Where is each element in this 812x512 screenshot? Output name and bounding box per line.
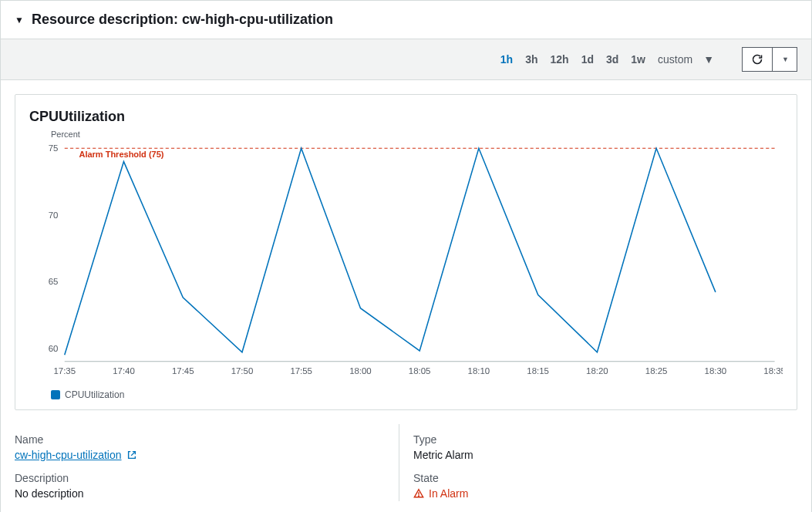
resource-name-link[interactable]: cw-high-cpu-utilization <box>15 449 137 461</box>
metadata-grid: Name cw-high-cpu-utilization Description… <box>1 424 811 512</box>
time-range-1d[interactable]: 1d <box>575 50 600 69</box>
chart-toolbar: 1h3h12h1d3d1wcustom ▼ ▼ <box>1 39 811 80</box>
chart-y-axis-label: Percent <box>51 130 783 139</box>
meta-label-state: State <box>413 472 797 484</box>
alarm-triangle-icon <box>413 488 424 499</box>
state-text: In Alarm <box>429 487 468 500</box>
alarm-threshold-label: Alarm Threshold (75) <box>79 150 163 159</box>
svg-point-20 <box>419 496 419 497</box>
meta-label-name: Name <box>15 433 399 446</box>
svg-text:18:00: 18:00 <box>349 366 372 376</box>
time-range-1h[interactable]: 1h <box>494 50 519 69</box>
svg-text:18:25: 18:25 <box>645 366 668 376</box>
svg-text:18:20: 18:20 <box>586 366 608 376</box>
refresh-button[interactable] <box>742 47 773 72</box>
svg-text:17:40: 17:40 <box>113 366 135 376</box>
refresh-icon <box>751 53 763 66</box>
meta-label-description: Description <box>15 472 399 484</box>
chart-plot-area[interactable]: 6065707517:3517:4017:4517:5017:5518:0018… <box>29 142 783 385</box>
svg-text:60: 60 <box>49 344 59 353</box>
chart-card: CPUUtilization Percent 6065707517:3517:4… <box>15 94 797 410</box>
chart-legend: CPUUtilization <box>51 389 783 400</box>
svg-text:18:30: 18:30 <box>705 366 727 376</box>
svg-text:18:05: 18:05 <box>409 366 431 376</box>
svg-text:17:50: 17:50 <box>231 366 254 376</box>
svg-text:17:55: 17:55 <box>290 366 312 376</box>
time-range-3h[interactable]: 3h <box>519 50 544 69</box>
svg-text:18:10: 18:10 <box>468 366 490 376</box>
time-range-custom[interactable]: custom ▼ <box>652 47 729 72</box>
meta-value-type: Metric Alarm <box>413 449 797 461</box>
external-link-icon <box>126 450 137 460</box>
time-range-12h[interactable]: 12h <box>544 50 575 69</box>
svg-text:70: 70 <box>49 211 59 220</box>
caret-down-icon: ▼ <box>782 56 789 63</box>
resource-name-text: cw-high-cpu-utilization <box>15 449 122 461</box>
meta-value-description: No description <box>15 487 399 500</box>
svg-text:17:35: 17:35 <box>53 366 76 376</box>
svg-text:18:35: 18:35 <box>763 366 783 376</box>
time-range-1w[interactable]: 1w <box>625 50 652 69</box>
caret-down-icon: ▼ <box>697 50 720 69</box>
meta-value-state: In Alarm <box>413 487 468 500</box>
panel-title: Resource description: cw-high-cpu-utiliz… <box>32 12 333 28</box>
svg-text:75: 75 <box>49 143 59 153</box>
time-range-3d[interactable]: 3d <box>600 50 625 69</box>
svg-text:17:45: 17:45 <box>172 366 194 376</box>
svg-text:65: 65 <box>49 277 59 286</box>
panel-header[interactable]: ▼ Resource description: cw-high-cpu-util… <box>1 1 811 39</box>
refresh-dropdown-button[interactable]: ▼ <box>773 47 797 72</box>
time-range-group: 1h3h12h1d3d1wcustom ▼ <box>494 47 729 72</box>
caret-down-icon: ▼ <box>15 15 24 25</box>
chart-svg: 6065707517:3517:4017:4517:5017:5518:0018… <box>29 142 783 382</box>
legend-label: CPUUtilization <box>65 389 124 400</box>
meta-label-type: Type <box>413 433 797 446</box>
legend-swatch <box>51 390 60 399</box>
svg-text:18:15: 18:15 <box>527 366 549 376</box>
chart-title: CPUUtilization <box>29 109 783 125</box>
